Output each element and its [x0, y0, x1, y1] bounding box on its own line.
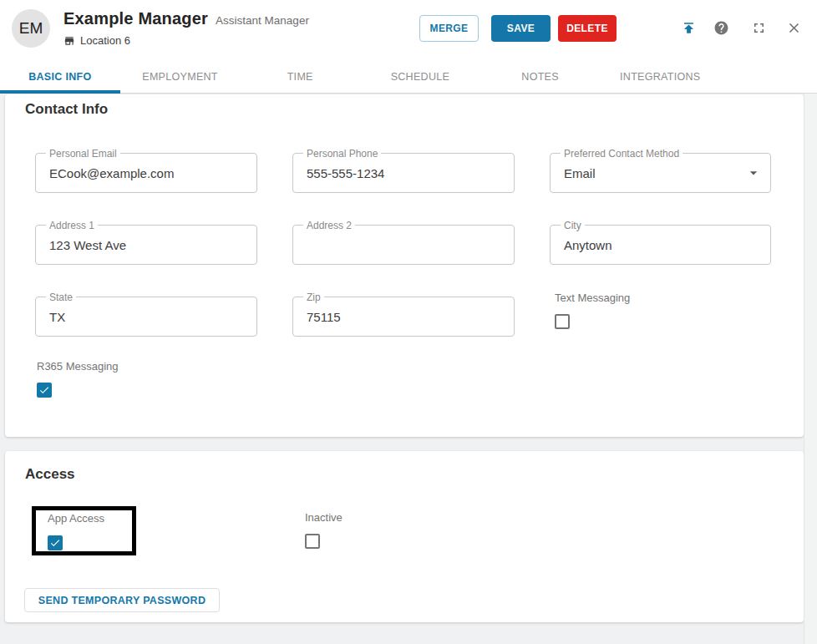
- r365-messaging-checkbox[interactable]: [37, 383, 52, 398]
- preferred-contact-method-select[interactable]: Preferred Contact Method Email: [550, 153, 771, 193]
- address-2-label: Address 2: [303, 220, 355, 231]
- state-field[interactable]: State TX: [35, 297, 257, 337]
- state-label: State: [46, 292, 76, 303]
- scrollbar[interactable]: [804, 94, 817, 644]
- zip-label: Zip: [303, 292, 324, 303]
- checkmark-icon: [38, 384, 50, 396]
- tab-integrations[interactable]: INTEGRATIONS: [600, 60, 720, 93]
- inactive-label: Inactive: [305, 511, 343, 524]
- personal-phone-label: Personal Phone: [303, 148, 381, 160]
- access-heading: Access: [25, 466, 75, 483]
- city-field[interactable]: City Anytown: [550, 225, 771, 265]
- address-1-label: Address 1: [46, 220, 98, 231]
- address-1-value: 123 West Ave: [49, 238, 126, 252]
- store-icon: [63, 35, 75, 47]
- contact-info-heading: Contact Info: [25, 101, 108, 118]
- address-1-field[interactable]: Address 1 123 West Ave: [35, 225, 257, 265]
- zip-field[interactable]: Zip 75115: [292, 297, 515, 337]
- location-row: Location 6: [63, 34, 309, 47]
- contact-info-card: Contact Info Personal Email ECook@exampl…: [5, 94, 804, 437]
- employee-record-window: EM Example Manager Assistant Manager Loc…: [0, 0, 817, 644]
- merge-button[interactable]: MERGE: [419, 15, 479, 42]
- page-title: Example Manager: [63, 9, 208, 28]
- fullscreen-icon[interactable]: [751, 20, 767, 36]
- avatar-initials: EM: [19, 19, 43, 38]
- personal-phone-field[interactable]: Personal Phone 555-555-1234: [292, 153, 515, 193]
- close-icon[interactable]: [786, 20, 802, 36]
- r365-messaging-group: R365 Messaging: [37, 360, 119, 398]
- send-temporary-password-button[interactable]: SEND TEMPORARY PASSWORD: [24, 588, 220, 612]
- app-access-group: App Access: [36, 510, 132, 550]
- text-messaging-label: Text Messaging: [555, 292, 630, 304]
- personal-phone-value: 555-555-1234: [307, 166, 384, 180]
- inactive-checkbox[interactable]: [305, 534, 320, 549]
- location-label: Location 6: [80, 34, 130, 47]
- tab-notes[interactable]: NOTES: [480, 60, 601, 93]
- text-messaging-checkbox[interactable]: [555, 314, 570, 329]
- app-access-highlight-box: App Access: [32, 506, 136, 555]
- access-card: Access App Access Inactive SEND TEMPORAR…: [5, 451, 804, 622]
- save-button[interactable]: SAVE: [491, 15, 551, 42]
- preferred-contact-method-label: Preferred Contact Method: [561, 148, 683, 160]
- header: EM Example Manager Assistant Manager Loc…: [0, 0, 817, 60]
- personal-email-field[interactable]: Personal Email ECook@example.com: [35, 153, 257, 193]
- app-access-label: App Access: [48, 512, 132, 525]
- upload-icon[interactable]: [681, 20, 697, 36]
- personal-email-label: Personal Email: [46, 148, 120, 160]
- tab-schedule[interactable]: SCHEDULE: [360, 60, 480, 93]
- city-label: City: [561, 220, 585, 231]
- help-icon[interactable]: [713, 20, 729, 36]
- zip-value: 75115: [307, 310, 341, 324]
- address-2-field[interactable]: Address 2: [292, 225, 515, 265]
- personal-email-value: ECook@example.com: [49, 166, 174, 180]
- title-block: Example Manager Assistant Manager Locati…: [63, 9, 309, 47]
- tab-bar: BASIC INFOEMPLOYMENTTIMESCHEDULENOTESINT…: [0, 60, 817, 94]
- inactive-group: Inactive: [305, 511, 343, 549]
- avatar: EM: [12, 9, 50, 48]
- job-title-label: Assistant Manager: [216, 14, 309, 27]
- r365-messaging-label: R365 Messaging: [37, 360, 119, 373]
- tab-employment[interactable]: EMPLOYMENT: [120, 60, 241, 93]
- tab-basic-info[interactable]: BASIC INFO: [0, 60, 120, 93]
- city-value: Anytown: [564, 238, 612, 252]
- checkmark-icon: [49, 537, 61, 549]
- app-access-checkbox[interactable]: [48, 535, 63, 550]
- text-messaging-group: Text Messaging: [555, 292, 630, 329]
- state-value: TX: [49, 310, 65, 324]
- tab-time[interactable]: TIME: [240, 60, 360, 93]
- delete-button[interactable]: DELETE: [558, 15, 617, 42]
- preferred-contact-method-value: Email: [564, 166, 596, 180]
- caret-down-icon: [745, 165, 762, 181]
